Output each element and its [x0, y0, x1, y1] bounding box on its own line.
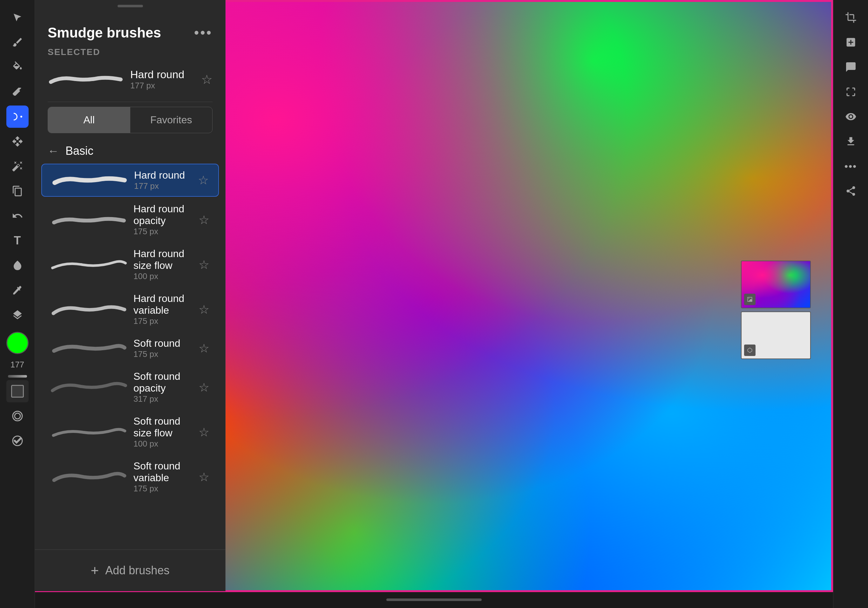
selected-brush-preview: Hard round 177 px ☆ — [35, 62, 225, 97]
layers-icon[interactable] — [6, 304, 29, 326]
brush-size-4: 175 px — [133, 349, 192, 359]
category-name: Basic — [65, 144, 93, 158]
tab-favorites[interactable]: Favorites — [130, 107, 212, 133]
transform-tool-icon[interactable] — [6, 130, 29, 152]
brush-item-soft-round-variable[interactable]: Soft round variable 175 px ☆ — [41, 455, 219, 499]
brush-tool-icon[interactable] — [6, 31, 29, 53]
selected-brush-size: 177 px — [130, 81, 195, 91]
add-canvas-icon[interactable] — [840, 31, 862, 53]
brush-favorite-4[interactable]: ☆ — [198, 341, 209, 355]
brush-name-5: Soft round opacity — [133, 371, 192, 394]
brush-item-soft-round[interactable]: Soft round 175 px ☆ — [41, 332, 219, 364]
svg-point-0 — [749, 298, 750, 299]
layer-thumbnail[interactable] — [741, 312, 811, 359]
add-icon: + — [91, 563, 99, 579]
size-indicator[interactable]: 177 — [6, 357, 29, 372]
undo-icon[interactable] — [6, 205, 29, 227]
brush-item-soft-round-opacity[interactable]: Soft round opacity 317 px ☆ — [41, 366, 219, 409]
panel-menu-button[interactable]: ••• — [194, 25, 212, 41]
brush-favorite-2[interactable]: ☆ — [198, 258, 209, 272]
selected-brush-favorite[interactable]: ☆ — [201, 72, 212, 87]
category-header: ← Basic — [35, 140, 225, 163]
download-icon[interactable] — [840, 130, 862, 152]
panel-header: Smudge brushes ••• — [35, 12, 225, 47]
eye-icon[interactable] — [840, 105, 862, 128]
tab-bar: All Favorites — [48, 107, 212, 133]
shape-preview[interactable] — [6, 380, 29, 402]
brush-favorite-6[interactable]: ☆ — [198, 425, 209, 439]
brush-name-3: Hard round variable — [133, 293, 192, 316]
opacity-bar[interactable] — [8, 375, 27, 378]
brush-name-2: Hard round size flow — [133, 248, 192, 271]
tab-all[interactable]: All — [48, 107, 130, 133]
layer-icon — [744, 344, 755, 356]
selection-tool-icon[interactable] — [6, 6, 29, 29]
brush-list: Hard round 177 px ☆ Hard round opacity 1… — [35, 163, 225, 549]
add-brushes-label: Add brushes — [105, 564, 169, 577]
brush-size-6: 100 px — [133, 439, 192, 449]
minimap-panel — [741, 261, 811, 359]
brush-item-hard-round-opacity[interactable]: Hard round opacity 175 px ☆ — [41, 198, 219, 242]
color-swatch[interactable] — [6, 332, 29, 354]
divider-1 — [48, 102, 212, 102]
brush-favorite-0[interactable]: ☆ — [198, 173, 209, 187]
text-tool-icon[interactable]: T — [6, 230, 29, 252]
brush-name-0: Hard round — [134, 169, 192, 181]
share-icon[interactable] — [840, 180, 862, 202]
brush-favorite-5[interactable]: ☆ — [198, 380, 209, 394]
brush-item-hard-round-variable[interactable]: Hard round variable 175 px ☆ — [41, 288, 219, 331]
clone-tool-icon[interactable] — [6, 180, 29, 202]
canvas-thumbnail[interactable] — [741, 261, 811, 308]
selected-label: SELECTED — [35, 47, 225, 57]
back-button[interactable]: ← — [48, 144, 59, 158]
brush-panel: Smudge brushes ••• SELECTED Hard round 1… — [35, 0, 226, 591]
brush-size-0: 177 px — [134, 181, 192, 191]
brush-favorite-7[interactable]: ☆ — [198, 470, 209, 484]
add-brushes-button[interactable]: + Add brushes — [35, 549, 225, 591]
left-toolbar: T 177 — [0, 0, 35, 608]
brush-item-hard-round[interactable]: Hard round 177 px ☆ — [41, 164, 219, 197]
comment-icon[interactable] — [840, 56, 862, 78]
blend-tool-icon[interactable] — [6, 430, 29, 452]
brush-size-7: 175 px — [133, 484, 192, 493]
brush-size-3: 175 px — [133, 316, 192, 326]
drag-handle — [118, 5, 143, 7]
brush-favorite-1[interactable]: ☆ — [198, 213, 209, 227]
brush-item-hard-round-size-flow[interactable]: Hard round size flow 100 px ☆ — [41, 243, 219, 286]
curve-tool-icon[interactable] — [6, 405, 29, 427]
magic-wand-icon[interactable] — [6, 155, 29, 177]
panel-title: Smudge brushes — [48, 25, 161, 41]
brush-size-2: 100 px — [133, 271, 192, 281]
brush-name-6: Soft round size flow — [133, 416, 192, 439]
more-options-icon[interactable]: ••• — [840, 155, 862, 177]
brush-name-7: Soft round variable — [133, 460, 192, 484]
eyedropper-icon[interactable] — [6, 279, 29, 301]
liquify-tool-icon[interactable] — [6, 254, 29, 276]
fit-view-icon[interactable] — [840, 81, 862, 103]
brush-item-soft-round-size-flow[interactable]: Soft round size flow 100 px ☆ — [41, 410, 219, 454]
brush-size-5: 317 px — [133, 394, 192, 404]
eraser-tool-icon[interactable] — [6, 81, 29, 103]
brush-size-1: 175 px — [133, 226, 192, 236]
fill-tool-icon[interactable] — [6, 56, 29, 78]
smudge-tool-icon[interactable] — [6, 105, 29, 128]
right-toolbar: ••• — [833, 0, 868, 608]
brush-name-4: Soft round — [133, 338, 192, 349]
selected-brush-stroke — [48, 70, 124, 89]
home-indicator — [386, 599, 482, 601]
selected-brush-name: Hard round — [130, 68, 195, 81]
crop-icon[interactable] — [840, 6, 862, 29]
brush-name-1: Hard round opacity — [133, 203, 192, 226]
thumbnail-icon — [744, 294, 755, 305]
brush-favorite-3[interactable]: ☆ — [198, 302, 209, 316]
